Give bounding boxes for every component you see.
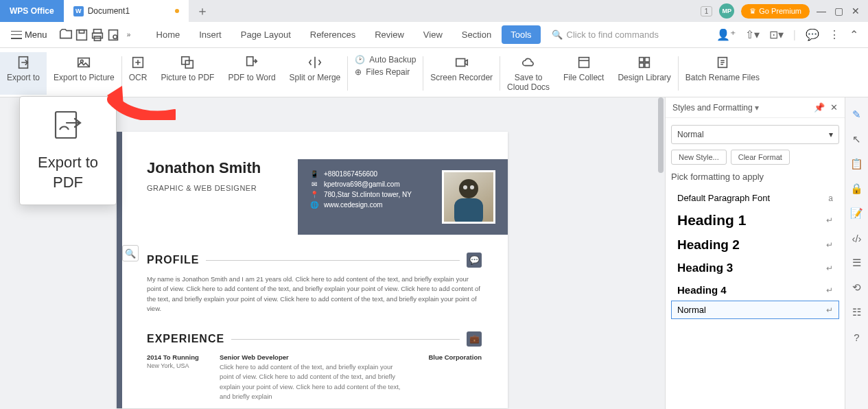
ribbon-batch-rename[interactable]: Batch Rename Files: [679, 52, 766, 95]
file-collect-icon: [576, 55, 591, 70]
ribbon-ocr[interactable]: OCR: [122, 52, 154, 95]
crown-icon: ♛: [749, 7, 756, 16]
profile-title: PROFILE: [147, 254, 199, 266]
ribbon-export-to[interactable]: Export to: [0, 52, 47, 95]
design-library-icon: [637, 55, 652, 70]
page-margin-bar: [117, 132, 122, 408]
menu-tab-references[interactable]: References: [301, 25, 364, 44]
menu-dropdown[interactable]: Menu: [7, 27, 51, 43]
chat-icon: 💬: [467, 253, 482, 268]
print-preview-quick-button[interactable]: [106, 27, 121, 43]
sliders-icon[interactable]: ☰: [849, 255, 865, 270]
export-to-pdf-popup[interactable]: Export toPDF: [19, 96, 117, 205]
chevron-down-icon[interactable]: ▾: [755, 103, 759, 113]
svg-rect-0: [76, 30, 86, 40]
tab-wps-office[interactable]: WPS Office: [0, 0, 64, 22]
menu-tab-section[interactable]: Section: [453, 25, 500, 44]
close-panel-icon[interactable]: ✕: [830, 102, 838, 113]
ribbon-auto-backup[interactable]: 🕑Auto Backup: [355, 55, 416, 65]
svg-point-6: [113, 35, 117, 39]
save-quick-button[interactable]: [74, 27, 89, 43]
new-tab-button[interactable]: ＋: [194, 3, 211, 19]
cursor-icon[interactable]: ↖: [849, 132, 865, 147]
pick-formatting-label: Pick formatting to apply: [671, 172, 839, 182]
ribbon-file-collect[interactable]: File Collect: [556, 52, 611, 95]
share-icon[interactable]: 👤⁺: [716, 28, 736, 41]
pencil-icon[interactable]: ✎: [849, 107, 865, 122]
pin-icon[interactable]: 📌: [814, 102, 825, 113]
style-item-normal[interactable]: Normal↵: [671, 301, 839, 319]
style-item-heading-1[interactable]: Heading 1↵: [671, 208, 839, 233]
window-count-badge[interactable]: 1: [701, 6, 713, 16]
svg-rect-19: [645, 63, 649, 67]
help-icon[interactable]: ?: [849, 329, 865, 344]
menu-tab-view[interactable]: View: [414, 25, 451, 44]
svg-rect-16: [640, 58, 644, 62]
more-icon[interactable]: ⋮: [829, 28, 840, 41]
ribbon-design-library[interactable]: Design Library: [611, 52, 677, 95]
code-icon[interactable]: ‹/›: [849, 231, 865, 246]
experience-title: EXPERIENCE: [147, 333, 224, 345]
new-style-button[interactable]: New Style...: [671, 150, 727, 165]
menu-tab-tools[interactable]: Tools: [502, 25, 540, 44]
search-icon: 🔍: [552, 30, 563, 40]
maximize-button[interactable]: ▢: [834, 5, 843, 16]
history-icon[interactable]: ⟲: [849, 280, 865, 295]
clipboard-icon[interactable]: 📋: [849, 156, 865, 172]
ribbon-save-cloud[interactable]: Save toCloud Docs: [500, 52, 556, 95]
svg-rect-17: [645, 58, 649, 62]
find-button[interactable]: 🔍: [122, 245, 139, 261]
chevron-down-icon: ▾: [829, 130, 833, 139]
recorder-icon: [454, 55, 469, 70]
menu-tab-review[interactable]: Review: [366, 25, 413, 44]
go-premium-button[interactable]: ♛ Go Premium: [741, 4, 810, 19]
repair-icon: ⊕: [355, 67, 362, 77]
collapse-ribbon-icon[interactable]: ⌃: [849, 28, 858, 41]
ribbon-files-repair[interactable]: ⊕Files Repair: [355, 67, 416, 77]
svg-rect-22: [454, 198, 483, 222]
menubar: Menu » HomeInsertPage LayoutReferencesRe…: [0, 22, 868, 48]
style-item-default-paragraph-font[interactable]: Default Paragraph Fonta: [671, 189, 839, 207]
style-item-heading-4[interactable]: Heading 4↵: [671, 280, 839, 300]
svg-point-24: [470, 185, 474, 189]
resume-name: Jonathon Smith: [147, 159, 298, 177]
ribbon-picture-to-pdf[interactable]: Picture to PDF: [154, 52, 221, 95]
svg-point-23: [463, 185, 467, 189]
tab-document[interactable]: W Document1: [64, 0, 189, 22]
open-quick-button[interactable]: [58, 27, 73, 43]
lock-icon[interactable]: 🔒: [849, 181, 865, 196]
properties-icon[interactable]: ☷: [849, 305, 865, 320]
export-pdf-icon: [50, 109, 86, 146]
avatar[interactable]: MP: [719, 3, 734, 19]
ocr-icon: [130, 55, 145, 70]
email-icon: ✉: [310, 180, 318, 188]
command-search[interactable]: 🔍 Click to find commands: [552, 30, 716, 40]
backup-icon: 🕑: [355, 55, 365, 65]
ribbon-export-to-picture[interactable]: Export to Picture: [47, 52, 121, 95]
svg-point-21: [459, 179, 478, 198]
style-select[interactable]: Normal ▾: [671, 125, 839, 144]
comments-icon[interactable]: 💬: [806, 28, 819, 41]
style-item-heading-3[interactable]: Heading 3↵: [671, 257, 839, 279]
resume-photo: [442, 170, 495, 224]
pdf-to-word-icon: [244, 55, 259, 70]
print-quick-button[interactable]: [90, 27, 105, 43]
quick-more-button[interactable]: »: [121, 27, 137, 43]
review-icon[interactable]: 📝: [849, 206, 865, 221]
upload-icon[interactable]: ⇧▾: [745, 28, 760, 41]
ribbon-screen-recorder[interactable]: Screen Recorder: [423, 52, 500, 95]
menu-tab-home[interactable]: Home: [148, 25, 189, 44]
split-merge-icon: [307, 55, 322, 70]
briefcase-icon: 💼: [467, 331, 482, 347]
ribbon-split-merge[interactable]: Split or Merge: [283, 52, 348, 95]
close-button[interactable]: ✕: [852, 5, 860, 16]
ribbon-pdf-to-word[interactable]: PDF to Word: [221, 52, 282, 95]
menu-tab-insert[interactable]: Insert: [190, 25, 231, 44]
minimize-button[interactable]: —: [817, 5, 826, 16]
clear-format-button[interactable]: Clear Format: [731, 150, 790, 165]
sync-icon[interactable]: ⊡▾: [769, 28, 784, 41]
menu-tab-page-layout[interactable]: Page Layout: [232, 25, 300, 44]
document-page: 🔍 Jonathon Smith GRAPHIC & WEB DESIGNER …: [117, 132, 508, 408]
style-item-heading-2[interactable]: Heading 2↵: [671, 233, 839, 257]
vertical-scrollbar[interactable]: [657, 97, 665, 409]
